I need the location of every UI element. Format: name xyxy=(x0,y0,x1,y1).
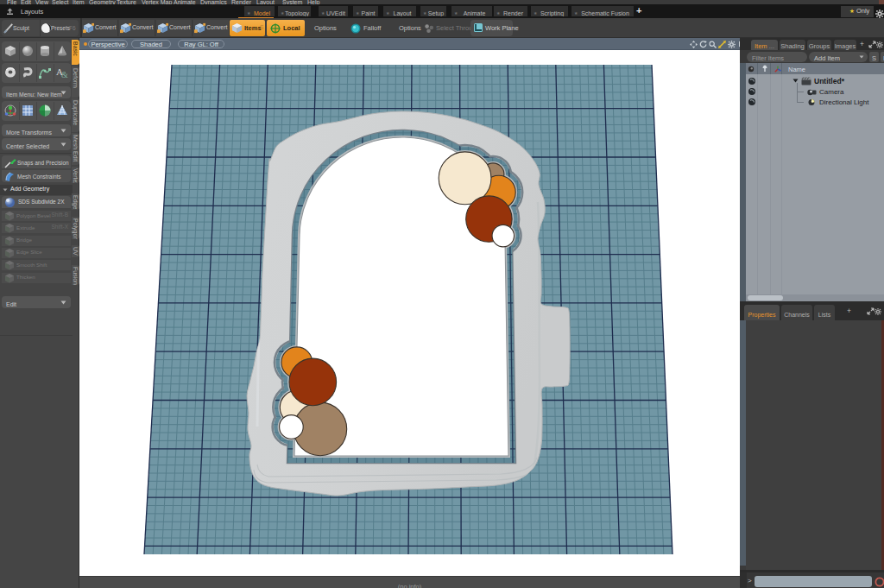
svg-text:&: & xyxy=(61,70,68,79)
